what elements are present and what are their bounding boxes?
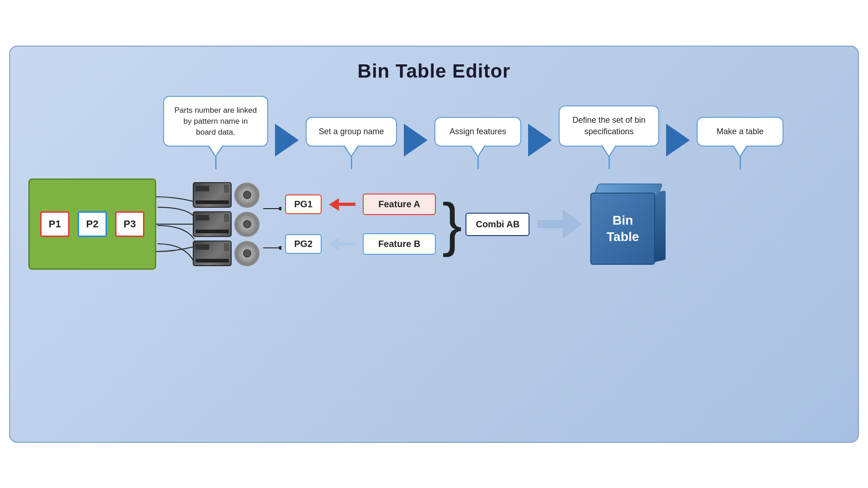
feature-arrow-blue <box>329 238 355 251</box>
machines-column <box>193 182 259 266</box>
machine-unit-3 <box>193 241 259 266</box>
dot-connectors <box>263 196 281 252</box>
reel-inner-3 <box>243 249 251 257</box>
connector-svg <box>156 178 193 270</box>
feature-a-box: Feature A <box>363 194 436 215</box>
pg2-label: PG2 <box>285 234 322 254</box>
pgs-column: PG1 Feature A PG2 <box>285 194 436 255</box>
flow-arrow-1 <box>275 124 299 157</box>
brace-symbol: } <box>442 200 462 248</box>
machine-unit-1 <box>193 182 259 208</box>
reel-inner-1 <box>243 191 251 199</box>
flow-arrow-4 <box>666 124 690 157</box>
bubble-parts: Parts number are linked by pattern name … <box>163 96 268 147</box>
flow-arrow-2 <box>404 124 428 157</box>
connector-dot2-svg <box>263 243 281 252</box>
brace-combi-section: } Combi AB <box>442 200 529 248</box>
arrow-body-red <box>339 203 355 206</box>
pg1-row: PG1 Feature A <box>285 194 436 215</box>
bubble-make-table: Make a table <box>697 117 783 147</box>
big-arrow-body <box>538 220 563 228</box>
connector-area <box>156 178 193 270</box>
combi-box: Combi AB <box>466 213 529 236</box>
machine-icon-3 <box>193 241 232 266</box>
pg1-label: PG1 <box>285 194 322 214</box>
bubble-group-name: Set a group name <box>306 117 397 147</box>
big-arrow-head <box>563 210 582 239</box>
arrow-head-red <box>329 198 339 211</box>
machine-unit-2 <box>193 211 259 237</box>
bubble-assign-features: Assign features <box>434 117 521 147</box>
board-connector-lines <box>30 180 155 268</box>
machine-icon-2 <box>193 211 232 237</box>
big-right-arrow <box>538 210 582 239</box>
main-container: Bin Table Editor Parts number are linked… <box>9 46 859 443</box>
feature-b-box: Feature B <box>363 233 436 255</box>
reel-inner-2 <box>243 220 251 228</box>
bin-table-label: BinTable <box>607 212 639 246</box>
board-box: P1 P2 P3 <box>28 178 156 270</box>
arrow-body-blue <box>339 242 355 246</box>
svg-point-1 <box>279 207 281 210</box>
bubble-define-specs: Define the set of bin specifications <box>559 105 659 147</box>
machine-icon-1 <box>193 182 232 208</box>
editor-title: Bin Table Editor <box>28 60 840 82</box>
flow-arrow-3 <box>528 124 552 157</box>
reel-icon-3 <box>234 241 259 266</box>
feature-arrow-red <box>329 198 355 211</box>
arrow-head-blue <box>329 238 339 251</box>
bin-table-container: BinTable <box>590 184 666 265</box>
reel-icon-1 <box>234 183 259 208</box>
reel-icon-2 <box>234 212 259 237</box>
svg-point-3 <box>279 246 281 250</box>
connector-dots-svg <box>263 196 281 223</box>
bin-table-front: BinTable <box>590 193 655 265</box>
pg2-row: PG2 Feature B <box>285 233 436 255</box>
